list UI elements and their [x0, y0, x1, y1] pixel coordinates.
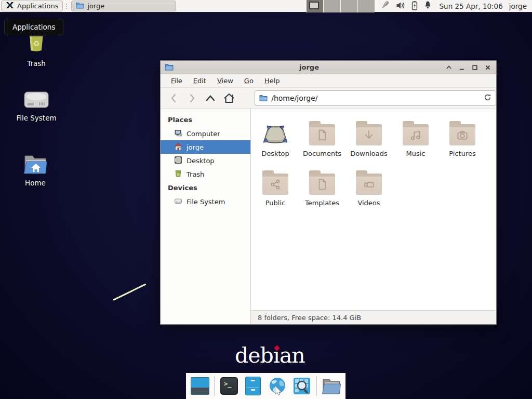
sidebar-item-label: File System [187, 198, 225, 206]
file-item-pictures[interactable]: Pictures [439, 115, 486, 157]
path-bar[interactable]: /home/jorge/ [255, 90, 496, 106]
file-item-documents[interactable]: Documents [299, 115, 345, 157]
sidebar-item-trash[interactable]: ♻ Trash [161, 167, 250, 181]
file-item-label: Desktop [261, 150, 289, 157]
sidebar-item-desktop[interactable]: Desktop [161, 154, 250, 167]
panel-clock[interactable]: Sun 25 Apr, 10:06 [436, 2, 506, 10]
debian-logo-text: deb [235, 343, 273, 368]
file-item-videos[interactable]: Videos [345, 165, 392, 207]
desktop-icon-file-system[interactable]: File System [11, 90, 61, 122]
drive-icon [23, 90, 49, 111]
sidebar: Places Computer jorge [161, 109, 251, 324]
battery-icon[interactable] [411, 1, 418, 12]
desktop-place-icon [174, 156, 182, 166]
home-folder-icon [23, 154, 48, 176]
web-browser-icon[interactable] [268, 376, 287, 396]
desktop-icon-label: Home [25, 179, 46, 187]
documents-folder-icon [309, 115, 335, 145]
window-titlebar[interactable]: jorge [161, 61, 496, 74]
system-tray [375, 0, 436, 12]
svg-text:♻: ♻ [33, 39, 39, 48]
reload-icon[interactable] [484, 94, 491, 103]
sidebar-item-label: jorge [187, 143, 204, 151]
menu-go[interactable]: Go [241, 75, 257, 86]
shade-button[interactable] [445, 63, 453, 72]
file-item-label: Videos [357, 199, 380, 207]
bell-icon[interactable] [423, 1, 432, 11]
xfce-logo-icon [6, 1, 14, 11]
back-button[interactable] [166, 91, 181, 105]
applications-menu-button[interactable]: Applications [1, 1, 63, 11]
trash-icon: ♻ [174, 169, 182, 179]
file-item-label: Pictures [449, 150, 475, 157]
debian-logo: debıan [235, 343, 305, 368]
home-button[interactable] [221, 91, 237, 105]
desktop-folder-icon [262, 115, 289, 145]
bottom-dock: >_ [186, 373, 345, 399]
file-item-templates[interactable]: Templates [299, 165, 345, 207]
user-home-icon [174, 142, 182, 152]
taskbar-window-label: jorge [87, 2, 104, 10]
dock-separator [316, 376, 317, 396]
up-button[interactable] [203, 91, 219, 105]
menu-file[interactable]: File [168, 75, 185, 86]
desktop-icon-label: Trash [27, 59, 46, 68]
app-finder-icon[interactable] [292, 376, 312, 396]
file-view[interactable]: Desktop Documents [251, 109, 496, 324]
computer-icon [174, 129, 182, 139]
path-input[interactable]: /home/jorge/ [271, 94, 480, 102]
applications-menu-label: Applications [17, 2, 58, 10]
panel-user-label[interactable]: jorge [506, 2, 532, 10]
desktop-icon-label: File System [16, 114, 56, 122]
desktop-icon-home[interactable]: Home [10, 154, 60, 187]
file-item-music[interactable]: Music [392, 115, 439, 157]
drive-icon [174, 197, 182, 207]
desktop-icon-trash[interactable]: ♻ Trash [11, 30, 61, 68]
close-button[interactable] [484, 63, 492, 72]
menu-help[interactable]: Help [261, 75, 283, 86]
forward-button[interactable] [184, 91, 200, 105]
sidebar-item-label: Desktop [187, 157, 215, 165]
pictures-folder-icon [449, 115, 475, 145]
file-item-public[interactable]: Public [252, 165, 299, 207]
folder-icon [76, 2, 84, 10]
sidebar-item-jorge[interactable]: jorge [161, 140, 250, 154]
sidebar-item-label: Trash [187, 170, 204, 178]
workspace-switcher [306, 0, 375, 12]
panel-drag-handle[interactable] [65, 2, 68, 11]
window-folder-icon [165, 63, 174, 72]
stylus-icon[interactable] [380, 0, 391, 12]
file-item-label: Documents [303, 150, 341, 157]
sidebar-item-computer[interactable]: Computer [161, 127, 250, 140]
toolbar: /home/jorge/ [161, 88, 496, 109]
volume-icon[interactable] [396, 1, 406, 11]
file-item-desktop[interactable]: Desktop [252, 115, 299, 157]
workspace-1[interactable] [306, 0, 323, 12]
sidebar-item-file-system[interactable]: File System [161, 195, 250, 208]
file-item-downloads[interactable]: Downloads [345, 115, 392, 157]
workspace-2[interactable] [323, 0, 340, 12]
maximize-button[interactable] [471, 63, 479, 72]
music-folder-icon [403, 115, 429, 145]
minimize-button[interactable] [458, 63, 466, 72]
terminal-icon[interactable]: >_ [219, 376, 238, 396]
taskbar-window-button[interactable]: jorge [71, 1, 176, 11]
menu-edit[interactable]: Edit [190, 75, 209, 86]
applications-tooltip: Applications [4, 19, 63, 35]
sidebar-item-label: Computer [187, 130, 220, 138]
path-folder-icon [259, 94, 268, 103]
window-body: Places Computer jorge [161, 109, 496, 324]
menu-bar: File Edit View Go Help [161, 74, 496, 88]
show-desktop-icon[interactable] [190, 376, 209, 396]
templates-folder-icon [309, 165, 335, 195]
downloads-folder-icon [356, 115, 382, 145]
directory-menu-icon[interactable] [322, 376, 341, 396]
file-cabinet-icon[interactable] [244, 376, 263, 396]
file-item-label: Downloads [350, 150, 387, 157]
workspace-3[interactable] [340, 0, 357, 12]
dock-separator [214, 376, 215, 396]
top-panel: Applications jorge [0, 0, 532, 13]
sidebar-header-devices: Devices [161, 181, 250, 195]
menu-view[interactable]: View [214, 75, 236, 86]
workspace-4[interactable] [357, 0, 375, 12]
